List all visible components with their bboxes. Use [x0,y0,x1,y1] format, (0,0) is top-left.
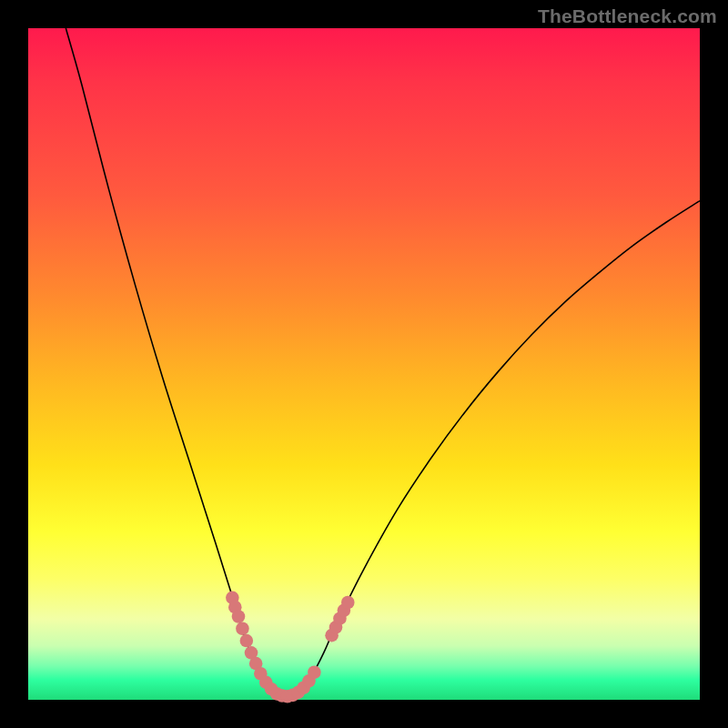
dot-markers-right [325,596,354,642]
dot-marker [341,596,355,610]
dot-markers-left [226,592,321,703]
dot-marker [240,634,254,648]
dot-marker [236,622,249,635]
bottleneck-curve [66,28,700,696]
chart-frame: TheBottleneck.com [0,0,728,728]
dot-marker [308,665,321,679]
watermark-label: TheBottleneck.com [538,5,717,27]
dot-marker [232,610,246,623]
curve-layer [28,28,700,700]
